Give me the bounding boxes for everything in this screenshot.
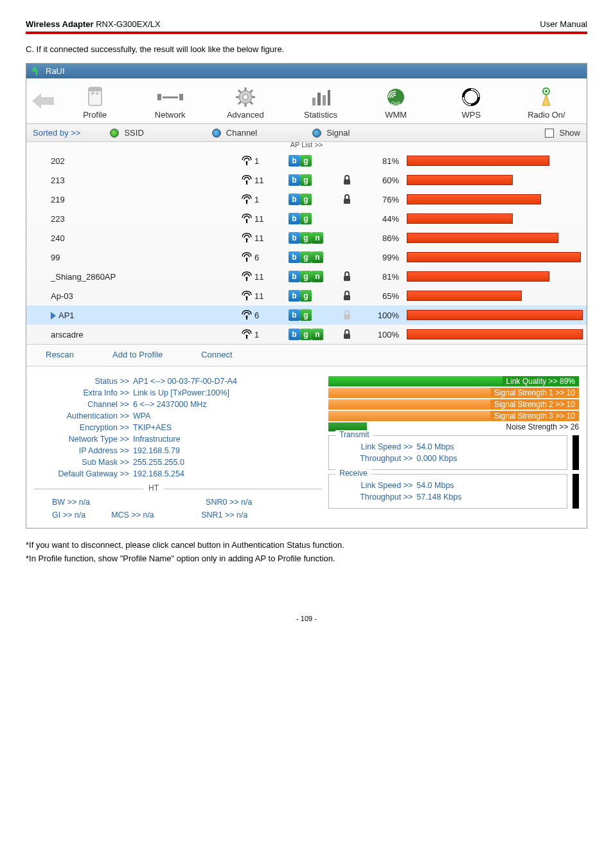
sorted-by-label: Sorted by >> bbox=[33, 128, 80, 138]
tab-profile-label: Profile bbox=[83, 110, 107, 120]
title-bar: RaUI bbox=[26, 64, 587, 78]
svg-rect-20 bbox=[328, 90, 330, 105]
ap-ssid: 99 bbox=[51, 253, 60, 262]
ap-row[interactable]: 996bgn99% bbox=[26, 248, 587, 267]
status-label: IP Address >> bbox=[34, 446, 133, 455]
ap-row[interactable]: arscadre1bgn100% bbox=[26, 325, 587, 344]
svg-text:P ≡: P ≡ bbox=[91, 91, 99, 96]
ap-signal-bar bbox=[407, 175, 582, 185]
ap-ssid: 213 bbox=[51, 176, 65, 185]
mode-badge-b: b bbox=[289, 290, 300, 302]
status-value: WPA bbox=[133, 411, 151, 420]
status-label: Authentication >> bbox=[34, 411, 133, 420]
ap-modes: bg bbox=[289, 194, 339, 205]
tab-advanced[interactable]: Advanced bbox=[208, 78, 283, 123]
sort-signal-radio[interactable] bbox=[312, 129, 321, 138]
sort-ssid-radio[interactable] bbox=[110, 129, 119, 138]
svg-rect-19 bbox=[323, 95, 326, 105]
ap-ssid: AP1 bbox=[58, 311, 75, 320]
divider bbox=[26, 32, 587, 34]
mode-badge-g: g bbox=[300, 309, 312, 321]
ap-ssid: 240 bbox=[51, 233, 65, 243]
ap-signal-text: 60% bbox=[364, 176, 403, 185]
ap-row[interactable]: 2191bg76% bbox=[26, 190, 587, 209]
ht-title: HT bbox=[143, 484, 164, 493]
svg-rect-33 bbox=[344, 199, 350, 204]
ap-row[interactable]: AP16bg100% bbox=[26, 305, 587, 325]
ap-encryption-icon bbox=[342, 175, 360, 185]
add-to-profile-button[interactable]: Add to Profile bbox=[112, 350, 163, 359]
svg-line-14 bbox=[250, 102, 253, 104]
link-quality-label: Link Quality >> 89% bbox=[502, 376, 579, 386]
sig3-bar bbox=[328, 411, 490, 421]
mode-badge-b: b bbox=[289, 251, 300, 263]
svg-text:QoS: QoS bbox=[391, 101, 400, 106]
ht-group: HT BW >> n/a SNR0 >> n/a GI >> n/a MCS >… bbox=[34, 489, 322, 521]
ap-list: 2021bg81%21311bg60%2191bg76%22311bg44%24… bbox=[26, 151, 587, 344]
network-icon bbox=[156, 90, 184, 104]
status-value: Infrastructure bbox=[133, 435, 181, 444]
mode-badge-b: b bbox=[289, 329, 300, 340]
ap-signal-text: 44% bbox=[364, 214, 403, 224]
back-arrow-icon bbox=[32, 93, 54, 109]
ht-snr0: SNR0 >> n/a bbox=[206, 498, 252, 507]
wps-icon bbox=[461, 87, 481, 107]
ap-signal-bar bbox=[407, 271, 582, 282]
tab-network[interactable]: Network bbox=[132, 78, 208, 123]
status-row: Default Gateway >>192.168.5.254 bbox=[34, 468, 322, 480]
app-window: RaUI P ≡ Profile bbox=[26, 63, 587, 529]
svg-rect-39 bbox=[246, 259, 247, 262]
tab-profile[interactable]: P ≡ Profile bbox=[57, 78, 132, 123]
ap-channel: 11 bbox=[241, 233, 285, 243]
ap-modes: bg bbox=[289, 174, 339, 186]
ap-row[interactable]: _Shiang_2860AP11bgn81% bbox=[26, 267, 587, 286]
ap-signal-text: 81% bbox=[364, 156, 403, 166]
ap-row[interactable]: 24011bgn86% bbox=[26, 228, 587, 248]
ap-modes: bg bbox=[289, 213, 339, 224]
ap-row[interactable]: 21311bg60% bbox=[26, 170, 587, 190]
rx-speed-value: 54.0 Mbps bbox=[416, 481, 454, 490]
sig1-bar bbox=[328, 388, 490, 398]
status-right: Link Quality >> 89% Signal Strength 1 >>… bbox=[328, 375, 579, 521]
back-button[interactable] bbox=[29, 78, 57, 123]
tab-wmm[interactable]: QoS WMM bbox=[359, 78, 434, 123]
ap-row[interactable]: Ap-0311bg65% bbox=[26, 286, 587, 305]
ht-gi: GI >> n/a bbox=[52, 511, 85, 520]
sort-channel-label: Channel bbox=[226, 128, 257, 138]
sort-channel-radio[interactable] bbox=[212, 129, 221, 138]
ap-signal-bar bbox=[407, 194, 582, 204]
svg-rect-5 bbox=[179, 94, 183, 100]
ap-row[interactable]: 2021bg81% bbox=[26, 151, 587, 170]
rx-speed-label: Link Speed >> bbox=[335, 481, 416, 490]
svg-rect-27 bbox=[246, 163, 247, 165]
tab-wps[interactable]: WPS bbox=[434, 78, 509, 123]
rescan-button[interactable]: Rescan bbox=[46, 350, 74, 359]
ap-encryption-icon bbox=[342, 194, 360, 204]
status-value: AP1 <--> 00-03-7F-00-D7-A4 bbox=[133, 377, 237, 386]
statistics-icon bbox=[310, 86, 332, 108]
ap-list-label: AP List >> bbox=[26, 141, 587, 150]
tab-bar: P ≡ Profile Network bbox=[26, 78, 587, 124]
tab-radio[interactable]: Radio On/ bbox=[509, 78, 584, 123]
mode-badge-g: g bbox=[300, 213, 312, 224]
status-label: Sub Mask >> bbox=[34, 458, 133, 467]
tab-statistics[interactable]: Statistics bbox=[283, 78, 358, 123]
radio-icon bbox=[537, 86, 555, 108]
ap-row[interactable]: 22311bg44% bbox=[26, 209, 587, 228]
show-checkbox[interactable] bbox=[545, 129, 554, 138]
mode-badge-g: g bbox=[300, 329, 312, 340]
status-row: Channel >>6 <--> 2437000 MHz bbox=[34, 399, 322, 410]
ap-channel: 1 bbox=[241, 156, 285, 166]
svg-rect-51 bbox=[344, 334, 350, 339]
connect-button[interactable]: Connect bbox=[201, 350, 232, 359]
status-label: Network Type >> bbox=[34, 435, 133, 444]
mode-badge-g: g bbox=[300, 194, 312, 205]
profile-icon: P ≡ bbox=[85, 86, 105, 108]
sort-row: Sorted by >> SSID Channel Signal Show bbox=[26, 124, 587, 142]
sig2-label: Signal Strength 2 >> 10 bbox=[490, 399, 579, 410]
ap-modes: bg bbox=[289, 309, 339, 321]
svg-rect-29 bbox=[246, 182, 247, 185]
tab-wps-label: WPS bbox=[461, 110, 481, 120]
status-label: Status >> bbox=[34, 377, 133, 386]
link-quality-bar bbox=[328, 376, 502, 386]
